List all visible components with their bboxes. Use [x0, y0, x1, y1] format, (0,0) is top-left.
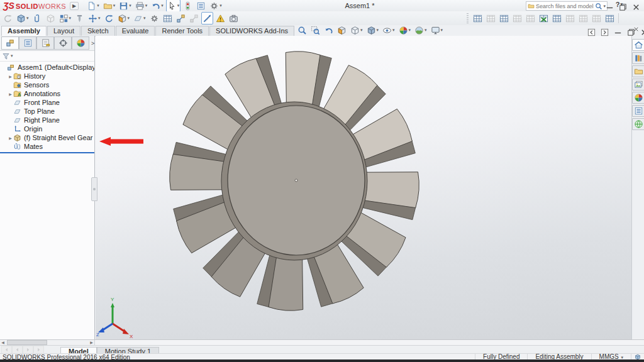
- punch-table-button[interactable]: [591, 12, 602, 25]
- open-document-button[interactable]: ▾: [102, 0, 117, 12]
- view-settings-button[interactable]: ▾: [430, 24, 445, 36]
- filter-caret[interactable]: ▾: [11, 53, 13, 58]
- scroll-left-arrow[interactable]: ◀: [0, 340, 6, 345]
- tree-item-sensors[interactable]: Sensors: [0, 80, 94, 89]
- apply-scene-button[interactable]: ▾: [413, 24, 428, 36]
- search-input[interactable]: [535, 3, 595, 10]
- tree-item-origin[interactable]: Origin: [0, 124, 94, 133]
- previous-view-button[interactable]: [323, 24, 335, 36]
- explode-line-sketch-button[interactable]: [188, 12, 200, 25]
- tab-evaluate[interactable]: Evaluate: [116, 26, 155, 36]
- options-button[interactable]: ▾: [208, 0, 223, 12]
- tree-item-mates[interactable]: Mates: [0, 142, 94, 151]
- appearances-scenes-button[interactable]: [632, 92, 644, 104]
- select-button[interactable]: ▾: [166, 0, 181, 12]
- revision-table-button[interactable]: [564, 12, 576, 25]
- rotate-component-button[interactable]: [103, 12, 115, 25]
- menu-flyout-button[interactable]: ▶: [70, 2, 79, 10]
- task-pane-home-button[interactable]: [632, 39, 644, 51]
- section-view-button[interactable]: [336, 24, 348, 36]
- filter-icon[interactable]: [2, 52, 10, 60]
- save-button[interactable]: ▾: [118, 0, 133, 12]
- reference-geometry-button[interactable]: ▾: [132, 12, 147, 25]
- save-icon: [119, 1, 128, 11]
- design-table-button[interactable]: [551, 12, 563, 25]
- file-explorer-button[interactable]: [632, 65, 644, 77]
- plane-icon: [13, 107, 22, 116]
- view-orientation-button[interactable]: ▾: [349, 24, 364, 36]
- title-block-table-button[interactable]: [525, 12, 536, 25]
- exploded-view-button[interactable]: [175, 12, 187, 25]
- take-snapshot-button[interactable]: [228, 12, 240, 25]
- design-library-button[interactable]: [632, 52, 644, 64]
- edit-component-button[interactable]: [2, 12, 14, 25]
- instant3d-button[interactable]: [201, 12, 213, 25]
- mate-button[interactable]: [31, 12, 43, 25]
- tree-item-front-plane[interactable]: Front Plane: [0, 98, 94, 107]
- view-palette-button[interactable]: [632, 79, 644, 90]
- configurationmanager-button[interactable]: [36, 36, 54, 50]
- tree-item-annotations[interactable]: ▶Annotations: [0, 89, 94, 98]
- edit-appearance-button[interactable]: ▾: [397, 24, 413, 36]
- smart-fasteners-button[interactable]: [74, 12, 86, 25]
- panel-collapse-handle[interactable]: [91, 177, 97, 201]
- bend-table-button[interactable]: [577, 12, 589, 25]
- move-component-button[interactable]: ▾: [87, 12, 102, 25]
- hide-show-items-button[interactable]: ▾: [381, 24, 396, 36]
- scroll-thumb[interactable]: [7, 340, 47, 345]
- new-motion-study-button[interactable]: [148, 12, 160, 25]
- tree-end-bar[interactable]: [0, 152, 94, 153]
- external-references-button[interactable]: [214, 12, 226, 25]
- general-table-button[interactable]: [472, 12, 484, 25]
- displaymanager-button[interactable]: [72, 36, 89, 50]
- tab-layout[interactable]: Layout: [47, 26, 80, 36]
- assembly-features-button[interactable]: ▾: [116, 12, 131, 25]
- tree-item-assem1-default-display-state-1[interactable]: Assem1 (Default<Display State-1>): [0, 63, 94, 72]
- hole-table-button[interactable]: [485, 12, 497, 25]
- panel-expand-button[interactable]: >: [91, 40, 94, 47]
- tab-render-tools[interactable]: Render Tools: [155, 26, 209, 36]
- graphics-viewport[interactable]: YXZ: [96, 36, 631, 339]
- propertymanager-button[interactable]: [19, 36, 36, 50]
- bill-of-materials-button[interactable]: [162, 12, 174, 25]
- custom-properties-button[interactable]: [632, 105, 644, 117]
- rebuild-button[interactable]: [182, 0, 194, 12]
- tree-item-history[interactable]: ▶History: [0, 72, 94, 80]
- zoom-to-area-button[interactable]: [309, 24, 321, 36]
- display-style-button[interactable]: ▾: [365, 24, 380, 36]
- general-table-anchor-button[interactable]: [604, 12, 616, 25]
- weldment-cut-list-button[interactable]: [511, 12, 523, 25]
- move-component-icon: [88, 14, 97, 23]
- featuremanager-tree-button[interactable]: [1, 36, 19, 50]
- general-table-icon: [473, 14, 482, 23]
- task-pane-close[interactable]: [633, 26, 640, 34]
- print-button[interactable]: ▾: [134, 0, 149, 12]
- tree-item-f-straight-bevel-gear-new-1-m[interactable]: ▶(f) Straight Bevel Gear - NEW<1> (M: [0, 133, 94, 142]
- tree-item-top-plane[interactable]: Top Plane: [0, 107, 94, 116]
- insert-components-button[interactable]: ▾: [15, 12, 30, 25]
- tree-expand-arrow[interactable]: ▶: [8, 92, 13, 96]
- excel-based-bom-button[interactable]: [538, 12, 550, 25]
- undo-button[interactable]: ▾: [150, 0, 165, 12]
- minimize-document-button[interactable]: [612, 26, 624, 38]
- tab-assembly[interactable]: Assembly: [1, 26, 47, 36]
- tree-item-right-plane[interactable]: Right Plane: [0, 116, 94, 124]
- next-document-button[interactable]: [599, 26, 611, 38]
- solidworks-forum-button[interactable]: [632, 118, 644, 130]
- zoom-to-fit-button[interactable]: [296, 24, 308, 36]
- toolbar-grip[interactable]: [467, 13, 469, 23]
- search-icon[interactable]: [595, 3, 602, 10]
- tab-sketch[interactable]: Sketch: [81, 26, 115, 36]
- tree-expand-arrow[interactable]: ▶: [8, 136, 13, 140]
- file-properties-button[interactable]: [195, 0, 207, 12]
- component-preview-window-button[interactable]: [45, 12, 57, 25]
- tab-solidworks-add-ins[interactable]: SOLIDWORKS Add-Ins: [209, 26, 294, 36]
- linear-component-pattern-button[interactable]: ▾: [58, 12, 73, 25]
- tree-expand-arrow[interactable]: ▶: [8, 74, 13, 79]
- close-window-icon: [631, 3, 641, 12]
- search-box[interactable]: ▾: [526, 1, 608, 11]
- bill-of-materials-table-button[interactable]: [498, 12, 510, 25]
- dimxpertmanager-button[interactable]: [54, 36, 72, 50]
- new-document-button[interactable]: ▾: [86, 0, 101, 12]
- previous-document-button[interactable]: [586, 26, 597, 38]
